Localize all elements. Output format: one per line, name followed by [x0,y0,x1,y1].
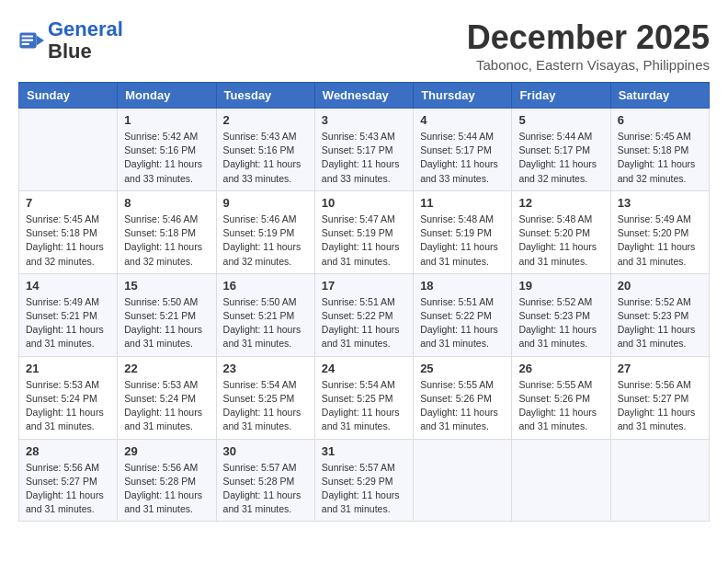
logo-icon [18,28,44,53]
calendar-cell: 9Sunrise: 5:46 AM Sunset: 5:19 PM Daylig… [216,190,314,273]
day-info: Sunrise: 5:43 AM Sunset: 5:16 PM Dayligh… [223,130,308,186]
weekday-header-tuesday: Tuesday [216,83,314,109]
calendar-cell: 14Sunrise: 5:49 AM Sunset: 5:21 PM Dayli… [19,273,118,356]
day-number: 6 [618,113,702,127]
day-info: Sunrise: 5:48 AM Sunset: 5:19 PM Dayligh… [420,213,505,269]
calendar-cell: 21Sunrise: 5:53 AM Sunset: 5:24 PM Dayli… [19,356,118,439]
svg-rect-2 [22,36,34,38]
day-number: 12 [518,196,603,210]
day-number: 20 [618,279,702,293]
calendar-cell: 17Sunrise: 5:51 AM Sunset: 5:22 PM Dayli… [314,273,413,356]
calendar-cell: 12Sunrise: 5:48 AM Sunset: 5:20 PM Dayli… [512,190,610,273]
day-number: 5 [518,113,603,127]
day-info: Sunrise: 5:56 AM Sunset: 5:28 PM Dayligh… [124,461,209,517]
day-number: 7 [26,196,110,210]
calendar-cell [512,439,610,522]
day-info: Sunrise: 5:46 AM Sunset: 5:19 PM Dayligh… [223,213,308,269]
day-number: 17 [322,279,406,293]
calendar-cell: 30Sunrise: 5:57 AM Sunset: 5:28 PM Dayli… [216,439,314,522]
calendar-cell: 5Sunrise: 5:44 AM Sunset: 5:17 PM Daylig… [512,109,610,191]
day-info: Sunrise: 5:57 AM Sunset: 5:28 PM Dayligh… [223,461,308,517]
calendar-cell: 22Sunrise: 5:53 AM Sunset: 5:24 PM Dayli… [118,356,216,439]
day-number: 15 [124,279,209,293]
title-block: December 2025 Tabonoc, Eastern Visayas, … [467,18,710,73]
day-info: Sunrise: 5:56 AM Sunset: 5:27 PM Dayligh… [618,378,702,434]
day-number: 14 [26,279,110,293]
page-header: General Blue December 2025 Tabonoc, East… [18,18,710,73]
calendar-cell: 31Sunrise: 5:57 AM Sunset: 5:29 PM Dayli… [314,439,413,522]
day-number: 18 [420,279,505,293]
calendar-cell: 24Sunrise: 5:54 AM Sunset: 5:25 PM Dayli… [314,356,413,439]
day-number: 21 [26,362,110,375]
calendar-cell: 18Sunrise: 5:51 AM Sunset: 5:22 PM Dayli… [414,273,512,356]
day-info: Sunrise: 5:55 AM Sunset: 5:26 PM Dayligh… [518,378,603,434]
calendar-cell: 20Sunrise: 5:52 AM Sunset: 5:23 PM Dayli… [610,273,709,356]
day-number: 27 [618,362,702,375]
day-number: 4 [420,113,505,127]
calendar-cell: 29Sunrise: 5:56 AM Sunset: 5:28 PM Dayli… [118,439,216,522]
day-number: 29 [124,444,209,458]
calendar-cell: 4Sunrise: 5:44 AM Sunset: 5:17 PM Daylig… [414,109,512,191]
calendar-cell: 3Sunrise: 5:43 AM Sunset: 5:17 PM Daylig… [314,109,413,191]
day-info: Sunrise: 5:43 AM Sunset: 5:17 PM Dayligh… [322,130,406,186]
weekday-header-monday: Monday [118,83,216,109]
day-info: Sunrise: 5:53 AM Sunset: 5:24 PM Dayligh… [124,378,209,434]
day-number: 24 [322,362,406,375]
day-info: Sunrise: 5:57 AM Sunset: 5:29 PM Dayligh… [322,461,406,517]
calendar-cell: 15Sunrise: 5:50 AM Sunset: 5:21 PM Dayli… [118,273,216,356]
day-info: Sunrise: 5:49 AM Sunset: 5:20 PM Dayligh… [618,213,702,269]
calendar-table: SundayMondayTuesdayWednesdayThursdayFrid… [18,82,710,522]
day-number: 2 [223,113,308,127]
day-info: Sunrise: 5:47 AM Sunset: 5:19 PM Dayligh… [322,213,406,269]
day-info: Sunrise: 5:45 AM Sunset: 5:18 PM Dayligh… [26,213,110,269]
day-number: 19 [518,279,603,293]
day-info: Sunrise: 5:44 AM Sunset: 5:17 PM Dayligh… [420,130,505,186]
weekday-header-wednesday: Wednesday [314,83,413,109]
day-info: Sunrise: 5:54 AM Sunset: 5:25 PM Dayligh… [223,378,308,434]
calendar-cell: 7Sunrise: 5:45 AM Sunset: 5:18 PM Daylig… [19,190,118,273]
day-info: Sunrise: 5:45 AM Sunset: 5:18 PM Dayligh… [618,130,702,186]
calendar-cell: 23Sunrise: 5:54 AM Sunset: 5:25 PM Dayli… [216,356,314,439]
day-number: 8 [124,196,209,210]
day-info: Sunrise: 5:49 AM Sunset: 5:21 PM Dayligh… [26,295,110,351]
location: Tabonoc, Eastern Visayas, Philippines [467,57,710,73]
month-year: December 2025 [467,18,710,57]
day-info: Sunrise: 5:44 AM Sunset: 5:17 PM Dayligh… [518,130,603,186]
day-number: 10 [322,196,406,210]
logo-text: General Blue [48,18,123,63]
day-info: Sunrise: 5:48 AM Sunset: 5:20 PM Dayligh… [518,213,603,269]
day-number: 28 [26,444,110,458]
calendar-cell: 25Sunrise: 5:55 AM Sunset: 5:26 PM Dayli… [414,356,512,439]
day-info: Sunrise: 5:52 AM Sunset: 5:23 PM Dayligh… [618,295,702,351]
day-number: 13 [618,196,702,210]
calendar-cell: 13Sunrise: 5:49 AM Sunset: 5:20 PM Dayli… [610,190,709,273]
calendar-cell: 1Sunrise: 5:42 AM Sunset: 5:16 PM Daylig… [118,109,216,191]
weekday-header-saturday: Saturday [610,83,709,109]
day-number: 22 [124,362,209,375]
day-info: Sunrise: 5:46 AM Sunset: 5:18 PM Dayligh… [124,213,209,269]
calendar-cell: 26Sunrise: 5:55 AM Sunset: 5:26 PM Dayli… [512,356,610,439]
calendar-cell [19,109,118,191]
day-number: 23 [223,362,308,375]
logo: General Blue [18,18,123,63]
weekday-header-friday: Friday [512,83,610,109]
calendar-cell [610,439,709,522]
day-info: Sunrise: 5:56 AM Sunset: 5:27 PM Dayligh… [26,461,110,517]
day-number: 3 [322,113,406,127]
day-info: Sunrise: 5:55 AM Sunset: 5:26 PM Dayligh… [420,378,505,434]
day-number: 11 [420,196,505,210]
weekday-header-thursday: Thursday [414,83,512,109]
day-info: Sunrise: 5:52 AM Sunset: 5:23 PM Dayligh… [518,295,603,351]
calendar-cell: 10Sunrise: 5:47 AM Sunset: 5:19 PM Dayli… [314,190,413,273]
svg-marker-1 [37,36,44,46]
day-number: 30 [223,444,308,458]
weekday-header-row: SundayMondayTuesdayWednesdayThursdayFrid… [19,83,710,109]
day-info: Sunrise: 5:54 AM Sunset: 5:25 PM Dayligh… [322,378,406,434]
day-info: Sunrise: 5:51 AM Sunset: 5:22 PM Dayligh… [322,295,406,351]
day-number: 31 [322,444,406,458]
week-row-5: 28Sunrise: 5:56 AM Sunset: 5:27 PM Dayli… [19,439,710,522]
day-info: Sunrise: 5:51 AM Sunset: 5:22 PM Dayligh… [420,295,505,351]
day-number: 1 [124,113,209,127]
calendar-cell: 8Sunrise: 5:46 AM Sunset: 5:18 PM Daylig… [118,190,216,273]
calendar-cell: 6Sunrise: 5:45 AM Sunset: 5:18 PM Daylig… [610,109,709,191]
